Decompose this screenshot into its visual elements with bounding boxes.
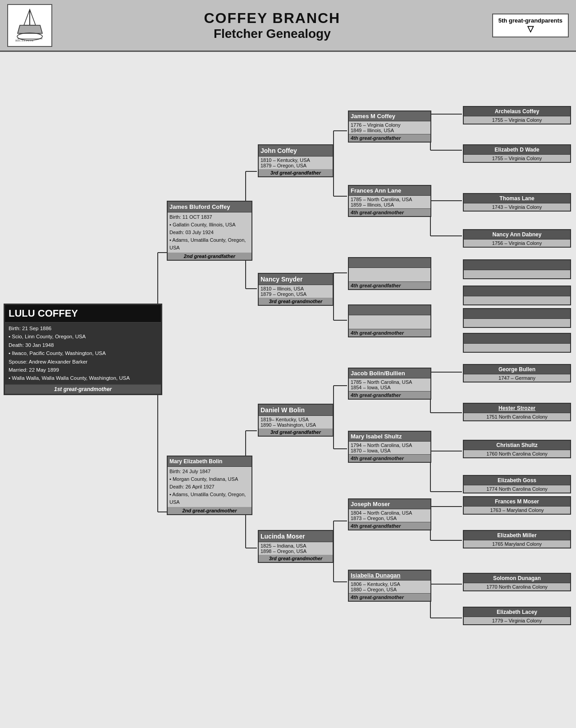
- isiabelia-dunagan-box: Isiabelia Dunagan 1806 – Kentucky, USA 1…: [348, 570, 431, 602]
- james-bluford-gen: 2nd great-grandfather: [168, 253, 251, 260]
- thomas-lane-date: 1743 – Virginia Colony: [464, 203, 570, 211]
- daniel-bolin-name: Daniel W Bolin: [259, 405, 333, 416]
- thomas-lane-name: Thomas Lane: [464, 194, 570, 203]
- christian-shultz-date: 1760 North Carolina Colony: [464, 450, 570, 457]
- hester-strozer-name: Hester Strozer: [464, 404, 570, 413]
- archelaus-coffey-name: Archelaus Coffey: [464, 107, 570, 116]
- lulu-name: LULU COFFEY: [5, 305, 161, 323]
- elizabeth-lacey-box: Elizabeth Lacey 1779 – Virginia Colony: [463, 607, 571, 625]
- solomon-dunagan-box: Solomon Dunagan 1770 North Carolina Colo…: [463, 573, 571, 591]
- lucinda-moser-gen: 3rd great-grandmother: [259, 555, 333, 562]
- elizabeth-miller-date: 1765 Maryland Colony: [464, 540, 570, 548]
- joseph-moser-name: Joseph Moser: [349, 499, 430, 509]
- daniel-bolin-box: Daniel W Bolin 1819– Kentucky, USA 1890 …: [258, 404, 334, 437]
- solomon-dunagan-date: 1770 North Carolina Colony: [464, 583, 570, 590]
- christian-shultz-box: Christian Shultz 1760 North Carolina Col…: [463, 440, 571, 458]
- john-coffey-name: John Coffey: [259, 145, 333, 157]
- frances-m-moser-name: Frances M Moser: [464, 497, 570, 507]
- elizabeth-lacey-name: Elizabeth Lacey: [464, 608, 570, 617]
- john-coffey-box: John Coffey 1810 – Kentucky, USA 1879 – …: [258, 144, 334, 177]
- jacob-bolin-gen: 4th great-grandfather: [349, 391, 430, 399]
- lulu-body: Birth: 21 Sep 1886 • Scio, Linn County, …: [5, 323, 161, 384]
- hester-strozer-date: 1751 North Carolina Colony: [464, 413, 570, 420]
- thomas-lane-box: Thomas Lane 1743 – Virginia Colony: [463, 193, 571, 212]
- isiabelia-dunagan-gen: 4th great-grandmother: [349, 593, 430, 601]
- archelaus-coffey-date: 1755 – Virginia Colony: [464, 116, 570, 124]
- svg-marker-3: [18, 25, 42, 33]
- mary-elizabeth-gen: 2nd great-grandmother: [168, 507, 251, 514]
- james-bluford-box: James Bluford Coffey Birth: 11 OCT 1837 …: [167, 201, 252, 261]
- snyder-4gf-box: 4th great-grandfather: [348, 257, 431, 290]
- mary-isabel-shultz-box: Mary Isabel Shultz 1794 – North Carolina…: [348, 431, 431, 463]
- nancy-ann-dabney-name: Nancy Ann Dabney: [464, 230, 570, 240]
- george-bullen-name: George Bullen: [464, 365, 570, 374]
- elizabeth-d-wade-box: Elizabeth D Wade 1755 – Virginia Colony: [463, 144, 571, 163]
- george-bullen-box: George Bullen 1747 – Germany: [463, 364, 571, 382]
- solomon-dunagan-name: Solomon Dunagan: [464, 574, 570, 583]
- frances-m-moser-box: Frances M Moser 1763 – Maryland Colony: [463, 496, 571, 515]
- nancy-snyder-box: Nancy Snyder 1810 – Illinois, USA 1879 –…: [258, 273, 334, 306]
- james-m-coffey-name: James M Coffey: [349, 111, 430, 121]
- george-bullen-date: 1747 – Germany: [464, 374, 570, 382]
- joseph-moser-box: Joseph Moser 1804 – North Carolina, USA …: [348, 498, 431, 530]
- elizabeth-goss-box: Elizabeth Goss 1774 North Carolina Colon…: [463, 475, 571, 493]
- elizabeth-goss-date: 1774 North Carolina Colony: [464, 485, 570, 493]
- lulu-generation: 1st great-grandmother: [5, 384, 161, 394]
- svg-text:RECTA PETE: RECTA PETE: [15, 39, 33, 42]
- lucinda-moser-box: Lucinda Moser 1825 – Indiana, USA 1898 –…: [258, 530, 334, 563]
- james-bluford-name: James Bluford Coffey: [168, 202, 251, 212]
- logo: RECTA PETE: [7, 4, 52, 47]
- genealogy-subtitle: Fletcher Genealogy: [52, 27, 492, 41]
- mary-elizabeth-name: Mary Elizabeth Bolin: [168, 456, 251, 467]
- lucinda-moser-name: Lucinda Moser: [259, 531, 333, 542]
- frances-ann-lane-box: Frances Ann Lane 1785 – North Carolina, …: [348, 185, 431, 217]
- badge-arrow: ▽: [498, 24, 562, 34]
- header: RECTA PETE COFFEY BRANCH Fletcher Geneal…: [0, 0, 576, 52]
- elizabeth-d-wade-name: Elizabeth D Wade: [464, 145, 570, 155]
- mary-isabel-shultz-gen: 4th great-grandmother: [349, 454, 430, 462]
- nancy-snyder-name: Nancy Snyder: [259, 274, 333, 285]
- nancy-snyder-gen: 3rd great-grandmother: [259, 298, 333, 305]
- elizabeth-miller-name: Elizabeth Miller: [464, 531, 570, 540]
- snyder-ancestor2-box: [463, 286, 571, 305]
- nancy-ann-dabney-date: 1756 – Virginia Colony: [464, 240, 570, 247]
- mary-isabel-shultz-name: Mary Isabel Shultz: [349, 432, 430, 442]
- snyder-4gm-box: 4th great-grandmother: [348, 304, 431, 337]
- archelaus-coffey-box: Archelaus Coffey 1755 – Virginia Colony: [463, 106, 571, 124]
- snyder-ancestor3-box: [463, 308, 571, 328]
- jacob-bolin-name: Jacob Bolin/Bullien: [349, 369, 430, 378]
- snyder-ancestor1-box: [463, 259, 571, 279]
- john-coffey-gen: 3rd great-grandfather: [259, 169, 333, 176]
- elizabeth-lacey-date: 1779 – Virginia Colony: [464, 617, 570, 624]
- header-title: COFFEY BRANCH Fletcher Genealogy: [52, 10, 492, 41]
- daniel-bolin-gen: 3rd great-grandfather: [259, 429, 333, 436]
- snyder-4gf-gen: 4th great-grandfather: [349, 281, 430, 289]
- joseph-moser-gen: 4th great-grandfather: [349, 522, 430, 530]
- branch-title: COFFEY BRANCH: [52, 10, 492, 27]
- mary-elizabeth-bolin-box: Mary Elizabeth Bolin Birth: 24 July 1847…: [167, 456, 252, 515]
- elizabeth-miller-box: Elizabeth Miller 1765 Maryland Colony: [463, 530, 571, 548]
- elizabeth-d-wade-date: 1755 – Virginia Colony: [464, 155, 570, 162]
- snyder-ancestor4-box: [463, 333, 571, 353]
- james-m-coffey-gen: 4th great-grandfather: [349, 134, 430, 142]
- james-m-coffey-box: James M Coffey 1776 – Virginia Colony 18…: [348, 111, 431, 143]
- chart-area: LULU COFFEY Birth: 21 Sep 1886 • Scio, L…: [0, 52, 576, 728]
- lulu-coffey-box: LULU COFFEY Birth: 21 Sep 1886 • Scio, L…: [4, 304, 162, 395]
- nancy-ann-dabney-box: Nancy Ann Dabney 1756 – Virginia Colony: [463, 229, 571, 248]
- isiabelia-dunagan-name: Isiabelia Dunagan: [349, 571, 430, 581]
- snyder-4gm-gen: 4th great-grandmother: [349, 329, 430, 336]
- jacob-bolin-box: Jacob Bolin/Bullien 1785 – North Carolin…: [348, 368, 431, 400]
- frances-ann-lane-name: Frances Ann Lane: [349, 186, 430, 196]
- generation-badge: 5th great-grandparents ▽: [492, 14, 569, 37]
- christian-shultz-name: Christian Shultz: [464, 441, 570, 450]
- frances-m-moser-date: 1763 – Maryland Colony: [464, 507, 570, 514]
- elizabeth-goss-name: Elizabeth Goss: [464, 476, 570, 485]
- badge-label: 5th great-grandparents: [498, 17, 562, 24]
- frances-ann-lane-gen: 4th great-grandmother: [349, 208, 430, 216]
- hester-strozer-box: Hester Strozer 1751 North Carolina Colon…: [463, 403, 571, 421]
